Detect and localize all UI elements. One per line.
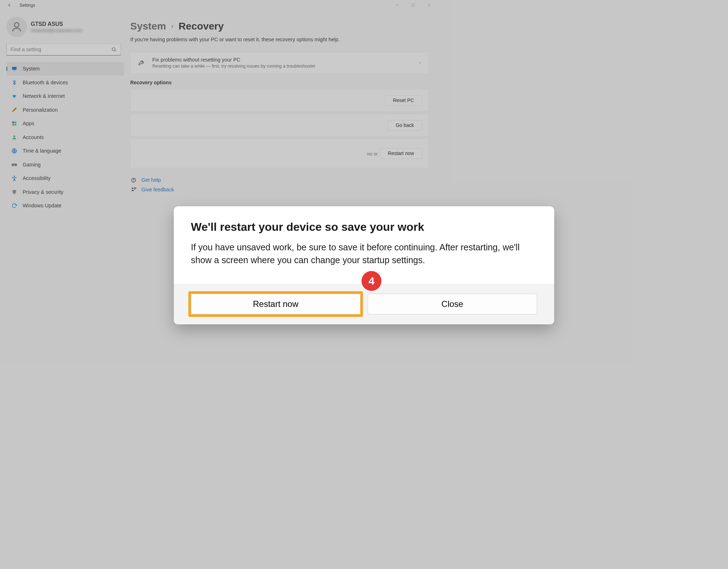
dialog-title: We'll restart your device so save your w…	[191, 220, 537, 234]
dialog-body: If you have unsaved work, be sure to sav…	[191, 241, 537, 267]
dialog-close-button[interactable]: Close	[368, 294, 537, 314]
restart-dialog: We'll restart your device so save your w…	[174, 206, 554, 324]
step-badge: 4	[362, 271, 381, 291]
dialog-restart-now-button[interactable]: Restart now	[191, 294, 360, 314]
modal-overlay: We'll restart your device so save your w…	[0, 0, 728, 569]
